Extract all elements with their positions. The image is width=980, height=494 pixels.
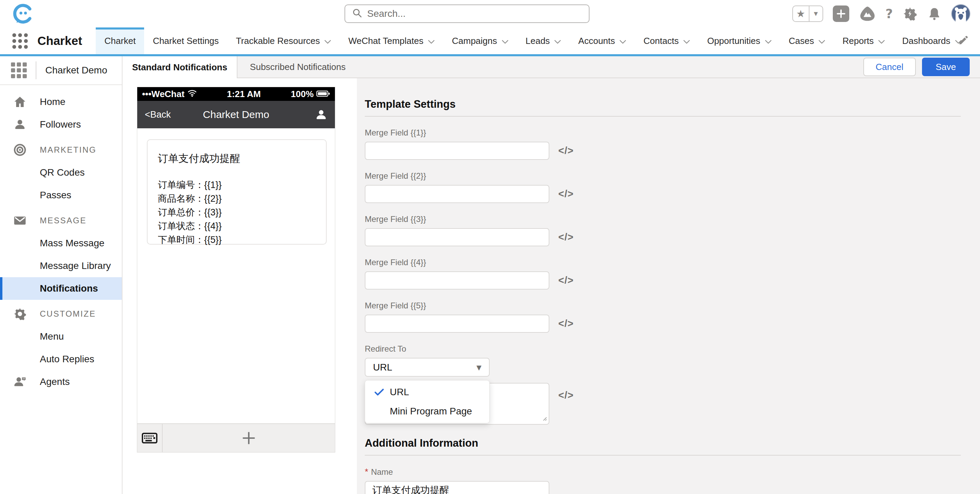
nav-tab-leads[interactable]: Leads xyxy=(517,27,570,54)
sidebar-item-followers[interactable]: Followers xyxy=(0,113,122,136)
notifications-bell-icon[interactable] xyxy=(927,6,942,21)
search-input[interactable] xyxy=(367,8,582,19)
account-switcher-icon[interactable] xyxy=(11,62,27,78)
app-screen: ★ ▼ ? Charket CharketCharket Setting xyxy=(0,0,980,494)
save-button[interactable]: Save xyxy=(922,58,970,76)
chevron-down-icon[interactable] xyxy=(878,36,885,46)
chevron-down-icon[interactable] xyxy=(554,36,561,46)
code-snippet-icon[interactable]: </> xyxy=(558,275,574,286)
setup-gear-icon[interactable] xyxy=(902,6,918,21)
chevron-down-icon[interactable] xyxy=(619,36,626,46)
trailhead-icon[interactable] xyxy=(859,6,876,22)
envelope-icon xyxy=(12,214,28,227)
chevron-down-icon[interactable] xyxy=(502,36,509,46)
dropdown-option-mini-program-page[interactable]: Mini Program Page xyxy=(365,402,489,421)
code-snippet-icon[interactable]: </> xyxy=(558,318,574,329)
merge-field-input-4[interactable] xyxy=(365,272,549,289)
target-icon xyxy=(12,143,28,157)
merge-field-group-4: Merge Field {{4}}</> xyxy=(365,257,961,289)
nav-tab-accounts[interactable]: Accounts xyxy=(570,27,635,54)
global-search[interactable] xyxy=(345,5,590,23)
sidebar-item-menu[interactable]: Menu xyxy=(0,325,122,348)
sidebar-item-qr-codes[interactable]: QR Codes xyxy=(0,161,122,184)
favorites-star-icon[interactable]: ★ xyxy=(793,6,809,21)
app-launcher-icon[interactable] xyxy=(12,33,28,49)
redirect-field-group: Redirect To URL ▼ </> xyxy=(365,344,961,425)
sidebar-item-marketing: MARKETING xyxy=(0,138,122,161)
nav-tabs: CharketCharket SettingsTrackable Resourc… xyxy=(96,27,970,54)
dropdown-option-url[interactable]: URL xyxy=(365,383,489,402)
code-snippet-icon[interactable]: </> xyxy=(558,390,574,401)
section-additional-information: Additional Information xyxy=(365,437,961,450)
code-snippet-icon[interactable]: </> xyxy=(558,188,574,200)
redirect-to-select[interactable]: URL ▼ xyxy=(365,358,490,376)
battery-icon xyxy=(317,89,330,100)
add-icon[interactable] xyxy=(833,5,849,22)
sidebar-item-notifications[interactable]: Notifications xyxy=(0,277,122,300)
merge-field-label: Merge Field {{5}} xyxy=(365,301,961,310)
merge-field-input-1[interactable] xyxy=(365,142,549,160)
template-message-card: 订单支付成功提醒 订单编号：{{1}}商品名称：{{2}}订单总价：{{3}}订… xyxy=(147,139,327,245)
phone-toolbar xyxy=(137,423,335,452)
chevron-down-icon[interactable] xyxy=(765,36,772,46)
phone-status-bar: •••WeChat 1:21 AM 100% xyxy=(137,87,335,101)
chevron-down-icon[interactable] xyxy=(324,36,331,46)
merge-field-label: Merge Field {{1}} xyxy=(365,128,961,138)
favorites-caret-icon[interactable]: ▼ xyxy=(809,6,822,21)
merge-field-group-1: Merge Field {{1}}</> xyxy=(365,128,961,160)
help-icon[interactable]: ? xyxy=(886,6,893,21)
message-lines: 订单编号：{{1}}商品名称：{{2}}订单总价：{{3}}订单状态：{{4}}… xyxy=(158,178,316,247)
app-nav: Charket CharketCharket SettingsTrackable… xyxy=(0,27,980,54)
tab-subscribed-notifications[interactable]: Subscribed Notifications xyxy=(237,56,358,78)
name-input[interactable] xyxy=(365,481,549,494)
merge-field-input-5[interactable] xyxy=(365,315,549,333)
contact-person-icon[interactable] xyxy=(286,108,327,121)
chevron-down-icon[interactable] xyxy=(818,36,825,46)
nav-tab-opportunities[interactable]: Opportunities xyxy=(698,27,780,54)
nav-tab-trackable-resources[interactable]: Trackable Resources xyxy=(228,27,340,54)
user-avatar[interactable] xyxy=(951,4,970,23)
resize-grip-icon[interactable] xyxy=(541,415,547,423)
message-line: 订单状态：{{4}} xyxy=(158,219,316,233)
back-button[interactable]: <Back xyxy=(145,110,171,120)
nav-tab-cases[interactable]: Cases xyxy=(780,27,834,54)
sidebar-header: Charket Demo xyxy=(0,56,122,85)
phone-nav-bar: <Back Charket Demo xyxy=(137,101,335,128)
section-divider xyxy=(365,116,961,117)
merge-field-input-2[interactable] xyxy=(365,185,549,203)
code-snippet-icon[interactable]: </> xyxy=(558,145,574,156)
redirect-selected-value: URL xyxy=(373,362,392,373)
code-snippet-icon[interactable]: </> xyxy=(558,232,574,243)
message-line: 订单编号：{{1}} xyxy=(158,178,316,192)
nav-tab-wechat-templates[interactable]: WeChat Templates xyxy=(340,27,443,54)
check-icon xyxy=(374,388,390,396)
sidebar-item-mass-message[interactable]: Mass Message xyxy=(0,232,122,254)
edit-nav-pencil-icon[interactable] xyxy=(958,35,969,47)
plus-icon[interactable] xyxy=(163,424,335,452)
merge-fields: Merge Field {{1}}</>Merge Field {{2}}</>… xyxy=(365,128,961,333)
battery-percent-label: 100% xyxy=(291,89,314,100)
tab-standard-notifications[interactable]: Standard Notifications xyxy=(123,56,237,78)
divider xyxy=(36,61,37,79)
sidebar-item-passes[interactable]: Passes xyxy=(0,184,122,206)
nav-tab-contacts[interactable]: Contacts xyxy=(635,27,698,54)
keyboard-icon[interactable] xyxy=(137,424,163,452)
subheader-actions: Cancel Save xyxy=(863,56,980,78)
nav-tab-charket[interactable]: Charket xyxy=(96,27,144,54)
subheader: Standard Notifications Subscribed Notifi… xyxy=(123,56,980,78)
wechat-account-label: Charket Demo xyxy=(45,65,107,76)
nav-tab-campaigns[interactable]: Campaigns xyxy=(443,27,517,54)
agent-icon xyxy=(12,375,28,389)
sidebar-item-message-library[interactable]: Message Library xyxy=(0,254,122,277)
nav-tab-reports[interactable]: Reports xyxy=(834,27,894,54)
global-header: ★ ▼ ? xyxy=(0,0,980,27)
cancel-button[interactable]: Cancel xyxy=(863,58,916,76)
sidebar-item-agents[interactable]: Agents xyxy=(0,370,122,393)
chevron-down-icon[interactable] xyxy=(428,36,435,46)
sidebar-item-home[interactable]: Home xyxy=(0,91,122,113)
chevron-down-icon[interactable] xyxy=(683,36,690,46)
merge-field-input-3[interactable] xyxy=(365,228,549,246)
nav-tab-charket-settings[interactable]: Charket Settings xyxy=(144,27,227,54)
sidebar-item-auto-replies[interactable]: Auto Replies xyxy=(0,348,122,370)
merge-field-label: Merge Field {{3}} xyxy=(365,214,961,224)
